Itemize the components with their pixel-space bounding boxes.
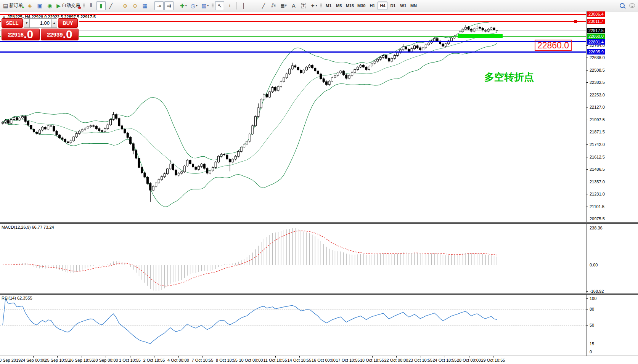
buy-price-panel[interactable]: 22939 .0 [41,29,79,40]
toolbar: ▤ + 新订单 ◈ ▣ ◉ ▶ 自动交易 ⫴ ▮ ╱ ⊕ ⊖ ▦ ⇥ ⇉ ✚▾ … [0,0,638,11]
price-level-box: 22917.5 [587,28,605,33]
price-tick-label: 21486.5 [590,167,605,172]
price-tick [587,194,588,194]
panel-splitter[interactable] [0,222,638,224]
macd-panel[interactable]: MACD(12,26,9) 66.77 73.24 [0,224,586,293]
price-tick [587,70,588,71]
time-label: 7 Oct 10:55 [192,358,214,362]
price-axis[interactable]: 22764.022638.022508.522382.522253.022127… [586,11,638,356]
price-tick-label: 21871.5 [590,130,605,134]
highlight-bar[interactable] [458,34,503,38]
time-label: 22 Oct 00:00 [384,358,408,362]
time-tick [227,356,227,358]
one-click-trade-panel: SELL ▼ ▲ BUY 22916 .0 22939 .0 [1,18,79,41]
sell-price-panel[interactable]: 22916 .0 [2,29,40,40]
timeframe-m1[interactable]: M1 [324,2,334,10]
text-button[interactable]: A [289,1,298,10]
sell-button[interactable]: SELL [2,18,23,28]
price-line [0,21,586,22]
trendline-button[interactable]: ╱ [259,1,268,10]
vertical-line-button[interactable]: │ [239,1,248,10]
cursor-button[interactable]: ↖ [215,1,224,10]
time-tick [9,356,9,358]
auto-trading-button[interactable]: ▶ 自动交易 [55,1,82,10]
timeframe-w1[interactable]: W1 [398,2,408,10]
price-tick-label: 22638.0 [590,55,605,60]
time-tick [324,356,324,358]
timeframe-mn[interactable]: MN [408,2,418,10]
time-label: 24 Sep 00:00 [21,358,45,362]
price-tick-label: 21357.0 [590,180,605,184]
bar-chart-button[interactable]: ⫴ [87,1,96,10]
candlestick-chart[interactable] [0,11,586,222]
time-tick [275,356,276,358]
price-tick-label: 21231.0 [590,192,605,196]
price-tick-label: 22127.0 [590,105,605,109]
search-icon[interactable] [617,1,627,10]
time-label: 17 Oct 10:55 [336,358,360,362]
rsi-level-line [0,325,586,326]
volume-decrease-button[interactable]: ▼ [24,18,30,28]
time-label: 23 Oct 10:55 [408,358,432,362]
auto-scroll-button[interactable]: ⇥ [154,1,164,10]
time-tick [469,356,469,358]
templates-button[interactable]: ▧▾ [200,1,210,10]
new-order-label: 新订单 [9,2,23,9]
chart-shift-button[interactable]: ⇉ [164,1,174,10]
time-label: 10 Oct 00:00 [239,358,263,362]
main-chart-panel[interactable]: ▲ JPN225-,H4 22920.0 22922.5 22897.5 229… [0,11,586,222]
time-label: 2 Oct 18:55 [143,358,165,362]
arrows-button[interactable]: ✦▾ [309,1,319,10]
volume-input[interactable] [30,18,51,28]
price-tick [587,120,588,120]
timeframe-m5[interactable]: M5 [334,2,344,10]
chat-icon[interactable] [627,1,636,10]
timeframe-m15[interactable]: M15 [344,2,355,10]
time-tick [57,356,58,358]
new-order-button[interactable]: ▤ + 新订单 [2,1,24,10]
zoom-in-button[interactable]: ⊕ [121,1,130,10]
price-tick-label: 21742.0 [590,142,605,147]
rsi-tick [587,352,588,352]
price-tick [587,95,588,95]
time-tick [178,356,179,358]
trendline-marker[interactable] [574,20,577,23]
indicators-button[interactable]: ✚▾ [178,1,188,10]
crosshair-button[interactable]: + [225,1,234,10]
candlestick-button[interactable]: ▮ [96,1,106,10]
price-annotation[interactable]: 22860.0 [535,40,572,51]
panel-splitter[interactable] [0,293,638,295]
periods-button[interactable]: ◷▾ [189,1,199,10]
price-tick-label: 21612.5 [590,155,605,159]
timeframe-d1[interactable]: D1 [388,2,398,10]
buy-button[interactable]: BUY [58,18,78,28]
time-label: 30 Sep 00:00 [93,358,118,362]
note-annotation[interactable]: 多空转折点 [484,71,534,84]
macd-tick [587,265,588,265]
text-label-button[interactable]: T [299,1,308,10]
volume-increase-button[interactable]: ▲ [51,18,57,28]
macd-tick [587,228,588,228]
timeframe-m30[interactable]: M30 [356,2,367,10]
signals-icon[interactable]: ◉ [45,1,54,10]
new-chart-icon[interactable]: ◈ [25,1,34,10]
price-tick-label: 22508.5 [590,68,605,72]
timeframe-h1[interactable]: H1 [367,2,377,10]
tile-windows-button[interactable]: ▦ [140,1,149,10]
time-tick [396,356,397,358]
rsi-panel[interactable]: RSI(14) 62.3555 [0,295,586,356]
time-tick [493,356,493,358]
timeframe-h4[interactable]: H4 [378,2,387,10]
horizontal-line-button[interactable]: ─ [249,1,258,10]
time-axis[interactable]: 20 Sep 201924 Sep 00:0025 Sep 10:5526 Se… [0,356,638,364]
rsi-tick [587,344,588,344]
rsi-axis-label: 80 [590,307,594,311]
fibonacci-button[interactable]: ≣F [279,1,288,10]
price-line [0,41,586,42]
price-tick [587,132,588,132]
price-level-box: 23011.7 [587,19,605,24]
zoom-out-button[interactable]: ⊖ [130,1,140,10]
channel-button[interactable]: ⫽E [269,1,278,10]
line-chart-button[interactable]: ╱ [106,1,116,10]
terminal-icon[interactable]: ▣ [35,1,44,10]
